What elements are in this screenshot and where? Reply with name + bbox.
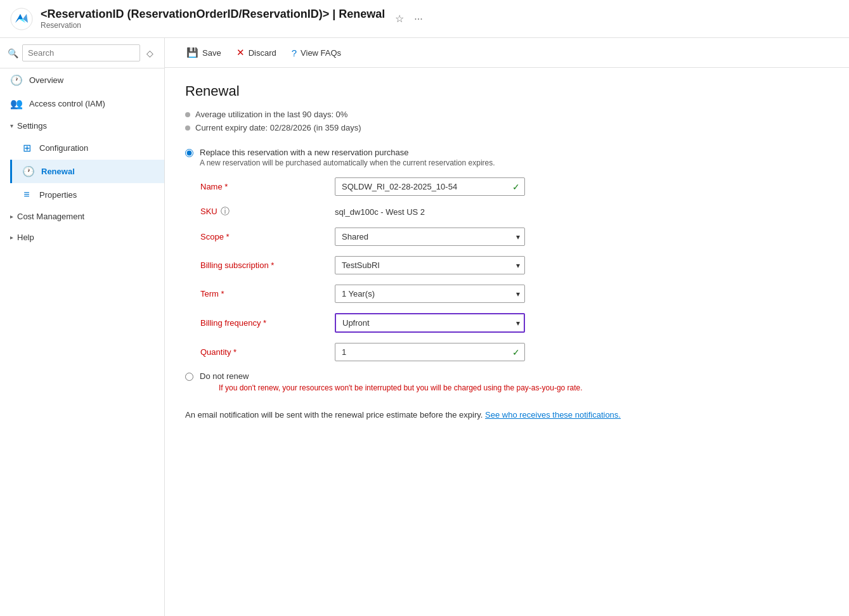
- save-label: Save: [202, 48, 221, 58]
- search-icon: 🔍: [8, 48, 18, 58]
- help-chevron-icon: ▸: [10, 234, 13, 241]
- quantity-required-star: *: [233, 347, 237, 357]
- settings-chevron-icon: ▾: [10, 122, 13, 129]
- billing-frequency-label-text: Billing frequency: [200, 318, 263, 328]
- billing-frequency-select-wrapper: Upfront Monthly ▾: [335, 313, 525, 333]
- do-not-renew-radio-button[interactable]: [185, 373, 193, 381]
- sidebar-search-area: 🔍 ◇ 《: [0, 38, 164, 68]
- page-header-subtitle: Reservation: [41, 21, 385, 30]
- sidebar-section-help-label: Help: [17, 233, 34, 242]
- save-button[interactable]: 💾 Save: [180, 43, 228, 62]
- form-section: Replace this reservation with a new rese…: [185, 148, 829, 420]
- do-not-renew-label[interactable]: Do not renew: [200, 371, 249, 381]
- configuration-icon: ⊞: [20, 142, 33, 154]
- info-utilization-text: Average utilization in the last 90 days:…: [195, 110, 347, 119]
- sidebar-section-settings[interactable]: ▾ Settings: [0, 115, 164, 136]
- name-input-wrapper: ✓: [335, 177, 525, 196]
- quantity-input[interactable]: [335, 343, 525, 361]
- clock-icon: 🕐: [10, 74, 23, 86]
- email-notice: An email notification will be sent with …: [185, 410, 829, 420]
- info-row-expiry: Current expiry date: 02/28/2026 (in 359 …: [185, 123, 829, 132]
- sidebar-item-configuration[interactable]: ⊞ Configuration: [10, 136, 164, 160]
- sidebar-item-renewal-label: Renewal: [41, 167, 75, 176]
- quantity-label-text: Quantity: [200, 347, 233, 357]
- billing-sub-required-star: *: [271, 260, 274, 270]
- sidebar: 🔍 ◇ 《 🕐 Overview 👥 Access control (IAM) …: [0, 38, 165, 616]
- main-layout: 🔍 ◇ 《 🕐 Overview 👥 Access control (IAM) …: [0, 38, 849, 616]
- sku-info-button[interactable]: ⓘ: [219, 206, 231, 217]
- scope-label-text: Scope: [200, 232, 226, 241]
- term-select[interactable]: 1 Year(s) 3 Year(s): [335, 285, 525, 303]
- discard-button[interactable]: ✕ Discard: [230, 43, 283, 62]
- toolbar: 💾 Save ✕ Discard ? View FAQs: [165, 38, 849, 68]
- term-label-text: Term: [200, 289, 221, 298]
- sidebar-item-iam[interactable]: 👥 Access control (IAM): [0, 92, 164, 115]
- name-required-star: *: [224, 182, 228, 191]
- form-label-scope: Scope *: [200, 232, 327, 241]
- header-title-group: <ReservationID (ReservationOrderID/Reser…: [41, 8, 385, 30]
- page-content: Renewal Average utilization in the last …: [165, 68, 849, 616]
- sidebar-section-cost-management[interactable]: ▸ Cost Management: [0, 206, 164, 227]
- renewal-icon: 🕐: [22, 165, 35, 177]
- form-label-term: Term *: [200, 289, 327, 298]
- discard-label: Discard: [249, 48, 276, 58]
- form-row-name: Name * ✓: [200, 177, 829, 196]
- do-not-renew-desc: If you don't renew, your resources won't…: [219, 383, 583, 392]
- nav-collapse-btn[interactable]: 《: [159, 46, 165, 60]
- sidebar-section-help[interactable]: ▸ Help: [0, 227, 164, 248]
- name-input[interactable]: [335, 177, 525, 196]
- sku-value: sql_dw100c - West US 2: [335, 207, 425, 217]
- sidebar-item-overview[interactable]: 🕐 Overview: [0, 68, 164, 92]
- faq-icon: ?: [292, 48, 297, 58]
- sidebar-item-renewal[interactable]: 🕐 Renewal: [10, 160, 164, 183]
- form-row-billing-frequency: Billing frequency * Upfront Monthly ▾: [200, 313, 829, 333]
- scope-required-star: *: [226, 232, 229, 241]
- properties-icon: ≡: [20, 189, 33, 200]
- sku-label-text: SKU: [200, 207, 219, 216]
- more-options-button[interactable]: ···: [412, 11, 425, 27]
- replace-option-desc: A new reservation will be purchased auto…: [200, 158, 495, 167]
- form-label-name: Name *: [200, 182, 327, 191]
- name-label-text: Name: [200, 182, 224, 191]
- scope-select-wrapper: Shared Single subscription ▾: [335, 228, 525, 246]
- billing-subscription-select[interactable]: TestSubRI: [335, 256, 525, 274]
- favorite-button[interactable]: ☆: [392, 10, 406, 27]
- term-required-star: *: [221, 289, 224, 298]
- billing-frequency-select[interactable]: Upfront Monthly: [335, 313, 525, 333]
- sidebar-item-properties[interactable]: ≡ Properties: [10, 183, 164, 206]
- nav-settings-btn[interactable]: ◇: [144, 46, 156, 60]
- billing-freq-required-star: *: [263, 318, 266, 328]
- quantity-input-wrapper: ✓: [335, 343, 525, 361]
- billing-subscription-select-wrapper: TestSubRI ▾: [335, 256, 525, 274]
- save-icon: 💾: [186, 47, 198, 58]
- replace-radio-button[interactable]: [185, 149, 193, 157]
- discard-icon: ✕: [237, 47, 245, 58]
- page-title: Renewal: [185, 83, 829, 99]
- term-select-wrapper: 1 Year(s) 3 Year(s) ▾: [335, 285, 525, 303]
- sidebar-section-cost-management-label: Cost Management: [17, 212, 84, 221]
- faq-label: View FAQs: [301, 48, 341, 58]
- do-not-renew-option: Do not renew If you don't renew, your re…: [185, 371, 829, 392]
- sidebar-settings-children: ⊞ Configuration 🕐 Renewal ≡ Properties: [0, 136, 164, 206]
- sidebar-item-overview-label: Overview: [29, 75, 63, 85]
- form-row-term: Term * 1 Year(s) 3 Year(s) ▾: [200, 285, 829, 303]
- scope-select[interactable]: Shared Single subscription: [335, 228, 525, 246]
- sidebar-item-configuration-label: Configuration: [39, 143, 88, 153]
- top-header: <ReservationID (ReservationOrderID/Reser…: [0, 0, 849, 38]
- sidebar-item-properties-label: Properties: [39, 190, 77, 200]
- sidebar-section-settings-label: Settings: [17, 121, 47, 131]
- page-header-title: <ReservationID (ReservationOrderID/Reser…: [41, 8, 385, 21]
- email-notice-link[interactable]: See who receives these notifications.: [485, 410, 621, 420]
- view-faqs-button[interactable]: ? View FAQs: [285, 44, 347, 62]
- form-fields: Name * ✓ SKU ⓘ sql_dw100c - Wes: [200, 177, 829, 361]
- billing-subscription-label-text: Billing subscription: [200, 260, 271, 270]
- iam-icon: 👥: [10, 98, 23, 110]
- cost-management-chevron-icon: ▸: [10, 213, 13, 220]
- email-notice-text: An email notification will be sent with …: [185, 410, 483, 420]
- content-area: 💾 Save ✕ Discard ? View FAQs Renewal Ave…: [165, 38, 849, 616]
- replace-option-label[interactable]: Replace this reservation with a new rese…: [200, 148, 409, 157]
- search-input[interactable]: [22, 44, 140, 61]
- info-dot-2: [185, 125, 190, 131]
- info-expiry-text: Current expiry date: 02/28/2026 (in 359 …: [195, 123, 361, 132]
- replace-option: Replace this reservation with a new rese…: [185, 148, 829, 167]
